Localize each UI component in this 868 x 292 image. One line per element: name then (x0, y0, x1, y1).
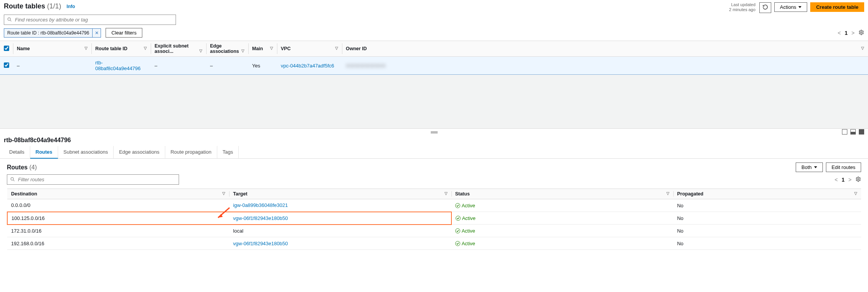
page-number: 1 (845, 30, 848, 36)
col-status[interactable]: Status▽ (451, 189, 673, 199)
routes-grid: Destination▽ Target▽ Status▽ Propagated▽… (7, 189, 861, 250)
routes-filter-input[interactable] (7, 174, 179, 185)
edit-routes-button[interactable]: Edit routes (826, 162, 861, 172)
tab-route-propagation[interactable]: Route propagation (165, 146, 217, 158)
page-prev[interactable]: < (838, 30, 841, 36)
select-all-checkbox[interactable] (4, 46, 9, 51)
table-settings[interactable] (858, 30, 864, 36)
cell-destination: 192.168.0.0/16 (7, 237, 229, 250)
table-row[interactable]: – rtb-08baf8c04a9e44796 – – Yes vpc-044b… (0, 57, 868, 75)
page-number: 1 (842, 177, 845, 183)
page-next[interactable]: > (848, 177, 852, 183)
cell-target: igw-0a899b36048fe3021 (229, 199, 451, 212)
svg-point-0 (8, 18, 10, 20)
row-checkbox[interactable] (4, 62, 9, 68)
search-icon (10, 177, 15, 182)
refresh-icon (762, 4, 768, 11)
cell-propagated: No (673, 225, 861, 237)
route-row[interactable]: 100.125.0.0/16vgw-06f1f82943e180b50Activ… (7, 212, 861, 225)
chevron-down-icon (814, 166, 817, 168)
cell-name: – (13, 57, 91, 75)
route-row[interactable]: 0.0.0.0/0igw-0a899b36048fe3021ActiveNo (7, 199, 861, 212)
clear-filters-button[interactable]: Clear filters (106, 28, 142, 38)
cell-destination: 0.0.0.0/0 (7, 199, 229, 212)
layout-detail-full-icon[interactable] (859, 129, 864, 135)
page-title: Route tables (1/1) (4, 2, 61, 10)
route-table-id-link[interactable]: rtb-08baf8c04a9e44796 (95, 60, 141, 71)
col-vpc[interactable]: VPC▽ (277, 41, 342, 57)
vpc-link[interactable]: vpc-044b2b7a47adf5fc6 (281, 63, 334, 69)
tab-tags[interactable]: Tags (217, 146, 239, 158)
cell-target: local (229, 225, 451, 237)
status-ok-icon (455, 241, 460, 246)
col-subnet-assoc[interactable]: Explicit subnet associ...▽ (151, 41, 206, 57)
create-route-table-button[interactable]: Create route table (810, 2, 864, 12)
svg-point-3 (11, 177, 13, 180)
detail-title: rtb-08baf8c04a9e44796 (0, 135, 868, 146)
page-next[interactable]: > (852, 30, 855, 36)
routes-pager: < 1 > (835, 176, 861, 183)
cell-subnet: – (151, 57, 206, 75)
cell-target: vgw-06f1f82943e180b50 (229, 212, 451, 225)
cell-propagated: No (673, 199, 861, 212)
routes-view-filter[interactable]: Both (796, 162, 823, 172)
route-row[interactable]: 172.31.0.0/16localActiveNo (7, 225, 861, 237)
col-destination[interactable]: Destination▽ (7, 189, 229, 199)
route-tables-grid: Name▽ Route table ID▽ Explicit subnet as… (0, 41, 868, 75)
owner-id: XXXXXXXXXXXX (346, 63, 386, 69)
route-row[interactable]: 192.168.0.0/16vgw-06f1f82943e180b50Activ… (7, 237, 861, 250)
cell-status: Active (451, 199, 673, 212)
tab-details[interactable]: Details (4, 146, 30, 158)
cell-edge: – (206, 57, 248, 75)
filter-chip[interactable]: Route table ID : rtb-08baf8c04a9e44796 ✕ (4, 28, 101, 38)
status-ok-icon (455, 228, 460, 233)
tab-subnet-associations[interactable]: Subnet associations (58, 146, 114, 158)
col-propagated[interactable]: Propagated▽ (673, 189, 861, 199)
page-count: (1/1) (47, 2, 61, 10)
tab-routes[interactable]: Routes (30, 146, 58, 159)
cell-status: Active (451, 212, 673, 225)
col-route-table-id[interactable]: Route table ID▽ (91, 41, 151, 57)
tab-edge-associations[interactable]: Edge associations (114, 146, 165, 158)
cell-destination: 100.125.0.0/16 (7, 212, 229, 225)
actions-button[interactable]: Actions (774, 2, 808, 12)
cell-propagated: No (673, 237, 861, 250)
detail-tabs: Details Routes Subnet associations Edge … (0, 146, 868, 159)
split-handle[interactable] (0, 128, 868, 135)
cell-target: vgw-06f1f82943e180b50 (229, 237, 451, 250)
svg-line-1 (10, 20, 11, 21)
svg-point-5 (858, 178, 859, 180)
target-link[interactable]: igw-0a899b36048fe3021 (233, 202, 288, 208)
col-edge-assoc[interactable]: Edge associations▽ (206, 41, 248, 57)
svg-line-4 (13, 180, 14, 181)
status-ok-icon (455, 203, 460, 208)
cell-propagated: No (673, 212, 861, 225)
last-updated: Last updated 2 minutes ago (729, 2, 756, 12)
chevron-down-icon (798, 6, 801, 8)
cell-main: Yes (248, 57, 277, 75)
routes-section-title: Routes (4) (7, 164, 37, 171)
close-icon[interactable]: ✕ (92, 29, 101, 37)
cell-destination: 172.31.0.0/16 (7, 225, 229, 237)
col-target[interactable]: Target▽ (229, 189, 451, 199)
info-link[interactable]: Info (67, 4, 75, 9)
layout-split-icon[interactable] (850, 129, 856, 135)
empty-grid-space (0, 75, 868, 128)
layout-detail-small-icon[interactable] (842, 129, 847, 135)
resource-filter-input[interactable] (4, 15, 176, 25)
search-icon (7, 17, 12, 22)
col-main[interactable]: Main▽ (248, 41, 277, 57)
col-owner[interactable]: Owner ID▽ (342, 41, 868, 57)
target-link[interactable]: vgw-06f1f82943e180b50 (233, 241, 288, 246)
target-link[interactable]: vgw-06f1f82943e180b50 (233, 215, 288, 221)
status-ok-icon (456, 216, 461, 221)
table-settings[interactable] (855, 176, 861, 183)
col-name[interactable]: Name▽ (13, 41, 91, 57)
cell-status: Active (451, 225, 673, 237)
page-prev[interactable]: < (835, 177, 838, 183)
cell-status: Active (451, 237, 673, 250)
refresh-button[interactable] (759, 2, 771, 13)
top-pager: < 1 > (838, 30, 864, 36)
svg-point-2 (861, 31, 862, 33)
